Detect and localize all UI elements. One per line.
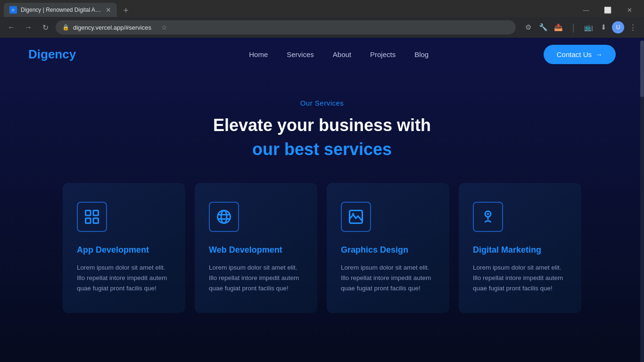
tab-title: Digency | Renowned Digital Ag... bbox=[21, 7, 102, 13]
service-card-graphics: Graphics Design Lorem ipsum dolor sit am… bbox=[327, 183, 449, 313]
svg-point-5 bbox=[221, 210, 227, 223]
menu-icon[interactable]: ⋮ bbox=[626, 21, 639, 34]
close-button[interactable]: ✕ bbox=[619, 3, 640, 17]
web-dev-icon-box bbox=[209, 202, 239, 232]
nav-links: Home Services About Projects Blog bbox=[249, 50, 429, 58]
svg-point-9 bbox=[352, 213, 355, 215]
maximize-button[interactable]: ⬜ bbox=[597, 3, 619, 17]
service-card-web: Web Development Lorem ipsum dolor sit am… bbox=[195, 183, 317, 313]
extension1-icon[interactable]: 🔧 bbox=[537, 21, 550, 34]
active-tab[interactable]: D Digency | Renowned Digital Ag... ✕ bbox=[4, 3, 117, 17]
web-dev-title: Web Development bbox=[209, 245, 282, 255]
tab-favicon: D bbox=[9, 6, 17, 14]
bookmark-icon[interactable]: ☆ bbox=[159, 22, 170, 33]
main-content: Our Services Elevate your business with … bbox=[0, 71, 644, 362]
app-dev-title: App Development bbox=[77, 245, 149, 255]
extensions-icon[interactable]: ⚙ bbox=[521, 21, 535, 34]
section-label: Our Services bbox=[28, 99, 616, 107]
app-dev-icon bbox=[83, 208, 100, 225]
address-bar: ← → ↻ 🔒 digency.vercel.app/#services ☆ ⚙… bbox=[0, 17, 644, 38]
forward-button[interactable]: → bbox=[22, 21, 35, 34]
address-bar-icons: ☆ bbox=[159, 22, 170, 33]
marketing-title: Digital Marketing bbox=[473, 245, 541, 255]
window-controls: — ⬜ ✕ bbox=[575, 3, 640, 17]
graphics-icon bbox=[347, 208, 364, 225]
minimize-button[interactable]: — bbox=[575, 3, 597, 17]
cast-icon[interactable]: 📺 bbox=[582, 21, 595, 34]
graphics-title: Graphics Design bbox=[341, 245, 408, 255]
section-title-line1: Elevate your business with bbox=[28, 115, 616, 137]
service-card-marketing: Digital Marketing Lorem ipsum dolor sit … bbox=[459, 183, 581, 313]
scrollbar-thumb[interactable] bbox=[640, 41, 644, 97]
lock-icon: 🔒 bbox=[62, 24, 69, 31]
svg-point-11 bbox=[487, 213, 489, 215]
service-card-app: App Development Lorem ipsum dolor sit am… bbox=[63, 183, 185, 313]
graphics-desc: Lorem ipsum dolor sit amet elit. Illo re… bbox=[341, 263, 435, 294]
new-tab-button[interactable]: ＋ bbox=[119, 4, 133, 16]
nav-about[interactable]: About bbox=[333, 50, 351, 58]
scrollbar[interactable] bbox=[640, 41, 644, 362]
svg-rect-1 bbox=[93, 210, 99, 215]
divider: | bbox=[567, 21, 580, 34]
website-content: Digency Home Services About Projects Blo… bbox=[0, 38, 644, 362]
refresh-button[interactable]: ↻ bbox=[39, 21, 52, 34]
site-logo[interactable]: Digency bbox=[28, 47, 76, 62]
graphics-icon-box bbox=[341, 202, 371, 232]
section-title-line2: our best services bbox=[28, 140, 616, 159]
nav-projects[interactable]: Projects bbox=[370, 50, 396, 58]
nav-home[interactable]: Home bbox=[249, 50, 268, 58]
nav-blog[interactable]: Blog bbox=[414, 50, 429, 58]
nav-services[interactable]: Services bbox=[287, 50, 314, 58]
web-dev-desc: Lorem ipsum dolor sit amet elit. Illo re… bbox=[209, 263, 303, 294]
navbar: Digency Home Services About Projects Blo… bbox=[0, 38, 644, 71]
marketing-desc: Lorem ipsum dolor sit amet elit. Illo re… bbox=[473, 263, 567, 294]
contact-btn-arrow: → bbox=[595, 50, 603, 58]
back-button[interactable]: ← bbox=[5, 21, 18, 34]
web-dev-icon bbox=[215, 208, 232, 225]
svg-rect-0 bbox=[86, 210, 91, 215]
tab-close-button[interactable]: ✕ bbox=[106, 6, 111, 14]
contact-us-button[interactable]: Contact Us → bbox=[544, 45, 616, 64]
app-dev-icon-box bbox=[77, 202, 107, 232]
svg-rect-2 bbox=[86, 218, 91, 223]
marketing-icon-box bbox=[473, 202, 503, 232]
browser-chrome: D Digency | Renowned Digital Ag... ✕ ＋ —… bbox=[0, 0, 644, 38]
url-text: digency.vercel.app/#services bbox=[73, 24, 151, 31]
extension2-icon[interactable]: 📤 bbox=[552, 21, 565, 34]
tab-bar: D Digency | Renowned Digital Ag... ✕ ＋ —… bbox=[0, 0, 644, 17]
svg-point-4 bbox=[218, 210, 231, 223]
profile-icon[interactable]: U bbox=[612, 21, 624, 33]
app-dev-desc: Lorem ipsum dolor sit amet elit. Illo re… bbox=[77, 263, 171, 294]
contact-btn-label: Contact Us bbox=[557, 50, 592, 58]
svg-rect-3 bbox=[93, 218, 99, 223]
marketing-icon bbox=[479, 208, 496, 225]
url-bar[interactable]: 🔒 digency.vercel.app/#services ☆ bbox=[56, 20, 516, 34]
toolbar-icons: ⚙ 🔧 📤 | 📺 ⬇ U ⋮ bbox=[521, 21, 639, 34]
download-icon[interactable]: ⬇ bbox=[597, 21, 610, 34]
services-grid: App Development Lorem ipsum dolor sit am… bbox=[63, 183, 581, 313]
